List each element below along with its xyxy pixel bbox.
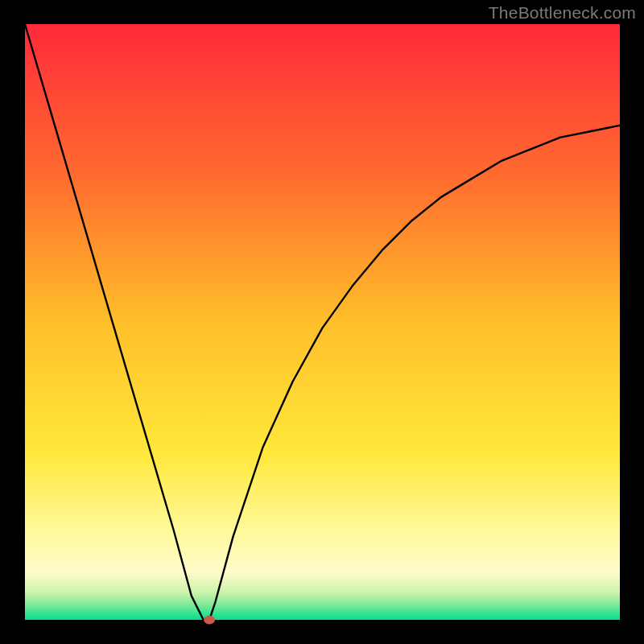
- chart-frame: TheBottleneck.com: [0, 0, 644, 644]
- bottleneck-chart: [0, 0, 644, 644]
- watermark-label: TheBottleneck.com: [489, 3, 636, 23]
- plot-background: [25, 24, 620, 620]
- optimum-marker: [204, 616, 215, 625]
